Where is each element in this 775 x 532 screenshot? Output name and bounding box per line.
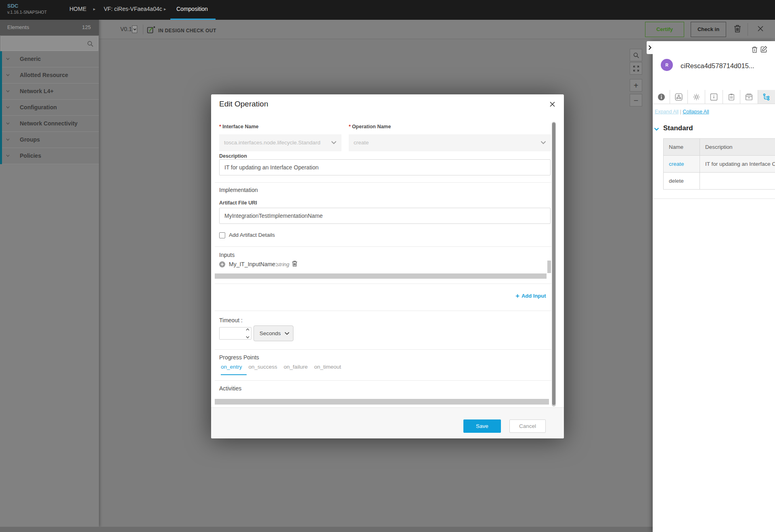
chevron-down-icon — [6, 138, 10, 141]
cancel-button[interactable]: Cancel — [509, 419, 546, 433]
chevron-down-icon — [6, 154, 10, 157]
breadcrumb-home[interactable]: HOME — [69, 6, 86, 12]
chevron-up-icon — [246, 328, 249, 331]
tab-settings[interactable] — [688, 90, 705, 104]
active-progress-tab-underline — [221, 374, 247, 375]
progress-point-tabs: on_entry on_success on_failure on_timeou… — [221, 364, 341, 370]
tab-operations[interactable] — [758, 90, 775, 104]
sidebar-item-allotted-resource[interactable]: Allotted Resource — [0, 67, 99, 83]
sidebar-item-label: Network Connectivity — [20, 120, 78, 127]
sidebar-item-network-l4[interactable]: Network L4+ — [0, 83, 99, 100]
sidebar-item-generic[interactable]: Generic — [0, 51, 99, 67]
modal-scrollbar-thumb[interactable] — [552, 123, 555, 405]
tab-requirements-capabilities[interactable] — [723, 90, 740, 104]
zoom-out-button[interactable]: − — [630, 94, 642, 106]
timeout-stepper[interactable] — [245, 328, 250, 338]
expand-collapse-links: Expand All | Collapse All — [655, 109, 709, 115]
tab-deployment-artifacts[interactable] — [740, 90, 758, 104]
edit-component-icon[interactable] — [760, 46, 767, 53]
gear-icon — [693, 93, 700, 101]
component-title: ciResca4d578714d015... — [681, 62, 754, 70]
close-icon[interactable] — [549, 101, 555, 107]
sidebar-item-policies[interactable]: Policies — [0, 148, 99, 164]
lifecycle-status-label: IN DESIGN CHECK OUT — [158, 28, 216, 33]
table-row[interactable]: delete — [664, 173, 775, 190]
elements-sidebar: Elements 125 Generic Allotted Resource — [0, 20, 99, 527]
artifact-file-uri-input[interactable] — [219, 208, 551, 224]
sidebar-item-configuration[interactable]: Configuration — [0, 100, 99, 116]
tab-on-success[interactable]: on_success — [249, 364, 277, 370]
section-chevron-down-icon[interactable] — [654, 127, 659, 131]
operation-create-link[interactable]: create — [669, 161, 684, 167]
breadcrumb-vf[interactable]: VF: ciRes-VFaea4a04c — [104, 6, 162, 12]
input-type: string — [276, 261, 289, 267]
modal-title: Edit Operation — [219, 100, 268, 108]
version-dropdown[interactable] — [132, 25, 137, 33]
delete-component-icon[interactable] — [752, 46, 758, 53]
required-mark: * — [349, 124, 351, 129]
category-accent-bar — [0, 67, 2, 83]
element-categories: Generic Allotted Resource Network L4+ Co… — [0, 51, 99, 164]
add-artifact-details-checkbox[interactable] — [219, 232, 225, 238]
tab-artifacts[interactable] — [670, 90, 687, 104]
add-input-button[interactable]: +Add Input — [515, 292, 546, 300]
info-circle-icon — [658, 93, 665, 101]
operation-name-label: *Operation Name — [349, 124, 391, 129]
interface-name-select[interactable]: tosca.interfaces.node.lifecycle.Standard — [219, 134, 341, 151]
delete-icon[interactable] — [734, 24, 741, 33]
tab-on-failure[interactable]: on_failure — [284, 364, 308, 370]
sidebar-item-label: Groups — [20, 136, 40, 143]
certify-button[interactable]: Certify — [645, 22, 684, 37]
search-input[interactable] — [1, 37, 88, 50]
operation-name-value: create — [354, 140, 369, 146]
tab-on-entry[interactable]: on_entry — [221, 364, 242, 370]
delete-input-icon[interactable] — [292, 260, 297, 267]
category-accent-bar — [0, 116, 2, 132]
fullscreen-icon — [633, 65, 639, 72]
tab-information[interactable] — [653, 90, 670, 104]
category-accent-bar — [0, 83, 2, 100]
zoom-in-button[interactable]: + — [630, 79, 642, 92]
elements-search[interactable] — [1, 36, 98, 51]
expand-all-link[interactable]: Expand All — [655, 109, 679, 115]
sidebar-item-label: Generic — [20, 56, 41, 62]
column-header-description: Description — [700, 139, 775, 155]
canvas-search-button[interactable] — [630, 49, 642, 61]
sidebar-item-label: Configuration — [20, 104, 57, 111]
divider — [215, 246, 551, 247]
table-row[interactable]: create IT for updating an Interface Oper… — [664, 156, 775, 173]
sidebar-item-network-connectivity[interactable]: Network Connectivity — [0, 116, 99, 132]
category-accent-bar — [0, 132, 2, 148]
version-label: V0.1 — [120, 26, 132, 32]
avatar: R — [661, 59, 673, 71]
tab-on-timeout[interactable]: on_timeout — [314, 364, 341, 370]
inputs-section-label: Inputs — [219, 252, 235, 258]
plus-icon: + — [515, 292, 519, 300]
breadcrumb-composition[interactable]: Composition — [176, 6, 208, 12]
operation-name-select[interactable]: create — [349, 134, 551, 151]
save-button[interactable]: Save — [463, 419, 501, 433]
search-icon — [87, 40, 94, 47]
description-input[interactable] — [219, 159, 551, 175]
activities-horizontal-scrollbar[interactable] — [215, 399, 549, 405]
check-in-button[interactable]: Check in — [691, 22, 726, 37]
canvas-fit-screen-button[interactable] — [630, 62, 642, 75]
operations-workflow-icon — [762, 93, 770, 101]
edit-operation-modal: Edit Operation *Interface Name *Operatio… — [211, 94, 564, 438]
inputs-vertical-scrollbar[interactable] — [547, 261, 551, 273]
sidebar-item-groups[interactable]: Groups — [0, 132, 99, 148]
collapse-all-link[interactable]: Collapse All — [683, 109, 709, 115]
close-workspace-icon[interactable] — [757, 25, 764, 32]
chevron-down-icon — [6, 106, 10, 109]
inputs-horizontal-scrollbar[interactable] — [215, 273, 547, 279]
chevron-down-icon — [133, 28, 136, 31]
expand-input-icon[interactable] — [219, 261, 225, 267]
timeout-unit-select[interactable]: Seconds — [253, 325, 293, 341]
panel-collapse-button[interactable] — [647, 41, 653, 54]
sdc-application: SDC v.1.16.1-SNAPSHOT HOME ▸ VF: ciRes-V… — [0, 0, 775, 532]
tab-tosca-information[interactable] — [705, 90, 723, 104]
clipboard-icon — [728, 93, 735, 101]
component-details-panel: R ciResca4d578714d015... — [653, 41, 775, 532]
links-separator: | — [680, 109, 681, 115]
interface-name-value: tosca.interfaces.node.lifecycle.Standard — [224, 140, 320, 146]
